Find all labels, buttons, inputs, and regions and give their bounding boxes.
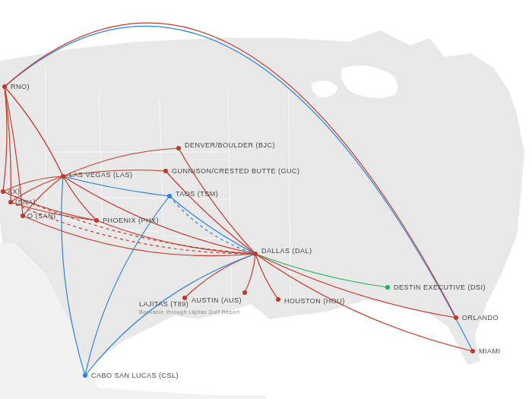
city-label-bjc: DENVER/BOULDER (BJC) — [185, 141, 275, 149]
city-label-guc: GUNNISON/CRESTED BUTTE (GUC) — [172, 167, 300, 175]
city-dot-bjc — [176, 146, 181, 150]
city-label-dal: DALLAS (DAL) — [261, 247, 312, 255]
city-label-mia: MIAMI — [479, 347, 501, 355]
route-map: RNO)AX)(SNA)O (SAN)LAS VEGAS (LAS)PHOENI… — [0, 0, 532, 399]
city-label-csl: CABO SAN LUCAS (CSL) — [91, 372, 179, 379]
city-label-t89: LAJITAS (T89) — [139, 300, 188, 308]
city-label-rno: RNO) — [11, 83, 30, 90]
city-dot-hou — [276, 297, 280, 302]
city-dot-dal — [253, 252, 258, 256]
city-dot-mia — [470, 349, 475, 353]
usa-outline — [0, 0, 532, 399]
city-dot-guc — [163, 169, 168, 173]
city-label-aus: AUSTIN (AUS) — [192, 296, 242, 304]
city-dot-sna — [8, 200, 13, 204]
city-dot-rno — [2, 84, 7, 89]
city-dot-lax — [1, 189, 5, 194]
city-dot-aus — [242, 290, 247, 295]
city-sublabel-t89: Bookable through Lajitas Golf Resort — [139, 309, 239, 315]
city-dot-mco — [454, 315, 458, 320]
city-dot-csl — [83, 373, 87, 378]
city-label-las: LAS VEGAS (LAS) — [69, 171, 133, 179]
city-dot-san — [21, 214, 25, 218]
city-label-sna: (SNA) — [15, 198, 36, 206]
city-dot-las — [61, 174, 65, 179]
city-dot-tsm — [167, 194, 172, 198]
city-label-san: O (SAN) — [27, 212, 56, 220]
city-label-lax: AX) — [8, 188, 21, 195]
city-dot-phx — [94, 218, 99, 223]
city-label-mco: ORLANDO — [462, 314, 499, 321]
city-label-hou: HOUSTON (HOU) — [284, 297, 345, 305]
city-label-dsi: DESTIN EXECUTIVE (DSI) — [394, 283, 486, 291]
city-label-tsm: TAOS (TSM) — [176, 190, 218, 198]
city-dot-dsi — [385, 285, 390, 290]
city-label-phx: PHOENIX (PHX) — [103, 217, 159, 224]
